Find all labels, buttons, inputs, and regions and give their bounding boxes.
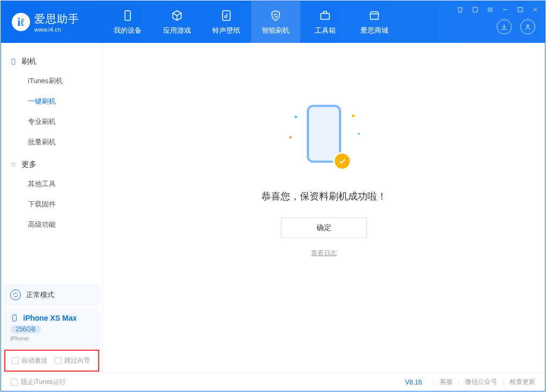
app-url: www.i4.cn — [34, 26, 79, 33]
success-panel: 恭喜您，保资料刷机成功啦！ 确定 查看日志 — [227, 105, 420, 258]
download-button[interactable] — [497, 19, 512, 34]
support-link[interactable]: 客服 — [440, 378, 453, 387]
header-actions — [497, 19, 535, 34]
checkbox-skip-guide[interactable]: 跳过向导 — [55, 356, 90, 365]
sidebar-group-flash: 刷机 — [1, 53, 102, 71]
window-controls — [456, 5, 540, 14]
success-illustration — [284, 105, 364, 175]
app-name: 爱思助手 — [34, 12, 79, 26]
checkbox-label: 自动激活 — [21, 356, 47, 365]
sidebar-group-label: 更多 — [21, 160, 36, 169]
checkbox-label: 阻止iTunes运行 — [21, 378, 66, 387]
svg-rect-0 — [125, 11, 130, 20]
version-label: V8.16 — [405, 379, 422, 386]
checkbox-label: 跳过向导 — [64, 356, 90, 365]
top-tabs: 我的设备 应用游戏 铃声壁纸 智能刷机 工具箱 爱思商城 — [103, 1, 399, 43]
sidebar-group-label: 刷机 — [21, 57, 36, 66]
status-bar: 阻止iTunes运行 V8.16 | 客服 | 微信公众号 | 检查更新 — [1, 373, 545, 391]
sidebar-item-batch[interactable]: 批量刷机 — [1, 132, 102, 152]
svg-rect-4 — [518, 8, 522, 12]
device-info-card[interactable]: iPhone XS Max 256GB iPhone — [4, 308, 100, 347]
tab-label: 爱思商城 — [360, 26, 388, 35]
device-name: iPhone XS Max — [23, 314, 77, 322]
success-message: 恭喜您，保资料刷机成功啦！ — [227, 190, 420, 203]
tab-label: 我的设备 — [114, 26, 142, 35]
flash-options-highlighted: 自动激活 跳过向导 — [4, 350, 99, 372]
tab-store[interactable]: 爱思商城 — [350, 1, 399, 43]
close-icon[interactable] — [531, 5, 540, 14]
account-button[interactable] — [520, 19, 535, 34]
minimize-icon[interactable] — [501, 5, 510, 14]
music-file-icon — [219, 9, 233, 23]
tab-label: 铃声壁纸 — [212, 26, 240, 35]
tab-smart-flash[interactable]: 智能刷机 — [251, 1, 300, 43]
sidebar-group-more: 更多 — [1, 156, 102, 174]
device-storage: 256GB — [10, 325, 41, 334]
svg-rect-1 — [223, 11, 230, 20]
tab-label: 应用游戏 — [163, 26, 191, 35]
svg-rect-3 — [473, 7, 477, 12]
device-type: iPhone — [10, 335, 93, 342]
tab-my-device[interactable]: 我的设备 — [103, 1, 152, 43]
wechat-link[interactable]: 微信公众号 — [465, 378, 497, 387]
checkbox-icon — [11, 379, 18, 386]
cube-icon — [170, 9, 184, 23]
tab-apps-games[interactable]: 应用游戏 — [152, 1, 202, 43]
device-icon — [10, 58, 17, 65]
logo-icon: iℓ — [12, 13, 30, 31]
device-mode-label: 正常模式 — [26, 290, 54, 300]
briefcase-icon — [318, 9, 332, 23]
sidebar-item-advanced[interactable]: 高级功能 — [1, 215, 102, 235]
main-content: 恭喜您，保资料刷机成功啦！ 确定 查看日志 — [103, 43, 545, 373]
checkbox-block-itunes[interactable]: 阻止iTunes运行 — [11, 378, 66, 387]
tab-toolbox[interactable]: 工具箱 — [300, 1, 350, 43]
check-badge-icon — [333, 152, 351, 171]
sync-icon — [10, 290, 21, 300]
svg-rect-7 — [13, 315, 17, 321]
note-icon[interactable] — [471, 5, 479, 14]
phone-icon — [10, 314, 19, 322]
sidebar-item-oneclick[interactable]: 一键刷机 — [1, 91, 102, 112]
sidebar-item-other-tools[interactable]: 其他工具 — [1, 174, 102, 194]
sidebar: 刷机 iTunes刷机 一键刷机 专业刷机 批量刷机 更多 其他工具 下载固件 … — [1, 43, 103, 373]
view-log-link[interactable]: 查看日志 — [227, 249, 420, 258]
tab-ringtones[interactable]: 铃声壁纸 — [202, 1, 251, 43]
store-icon — [367, 9, 381, 23]
refresh-shield-icon — [269, 9, 283, 23]
phone-icon — [121, 9, 135, 23]
device-mode-card[interactable]: 正常模式 — [4, 284, 100, 306]
tab-label: 智能刷机 — [262, 26, 290, 35]
checkbox-icon — [12, 357, 19, 364]
tab-label: 工具箱 — [315, 26, 336, 35]
maximize-icon[interactable] — [516, 5, 525, 14]
list-icon — [10, 161, 17, 168]
sidebar-item-pro[interactable]: 专业刷机 — [1, 112, 102, 132]
svg-point-5 — [527, 25, 529, 27]
svg-rect-2 — [321, 13, 329, 19]
shirt-icon[interactable] — [456, 5, 464, 14]
menu-icon[interactable] — [486, 5, 495, 14]
sidebar-item-itunes[interactable]: iTunes刷机 — [1, 71, 102, 91]
titlebar: iℓ 爱思助手 www.i4.cn 我的设备 应用游戏 铃声壁纸 智能刷机 — [1, 1, 545, 43]
checkbox-auto-activate[interactable]: 自动激活 — [12, 356, 47, 365]
logo-area: iℓ 爱思助手 www.i4.cn — [1, 12, 103, 33]
checkbox-icon — [55, 357, 62, 364]
sidebar-item-download-fw[interactable]: 下载固件 — [1, 194, 102, 215]
svg-rect-6 — [12, 59, 15, 65]
check-update-link[interactable]: 检查更新 — [510, 378, 535, 387]
ok-button[interactable]: 确定 — [281, 218, 367, 238]
